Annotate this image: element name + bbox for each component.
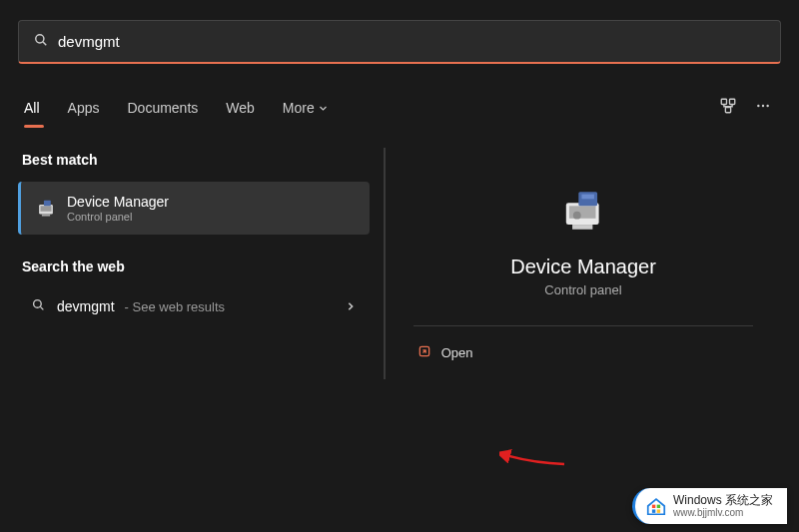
best-match-label: Best match	[18, 148, 370, 182]
svg-rect-15	[569, 206, 596, 219]
device-manager-large-icon	[558, 186, 608, 236]
start-search-panel: All Apps Documents Web More Best match	[0, 0, 799, 379]
svg-rect-23	[652, 509, 655, 512]
svg-rect-9	[41, 206, 52, 212]
annotation-arrow	[499, 439, 569, 469]
svg-rect-4	[725, 108, 730, 113]
best-match-result[interactable]: Device Manager Control panel	[18, 182, 370, 235]
watermark-logo-icon	[645, 495, 667, 517]
chevron-right-icon	[346, 298, 356, 314]
svg-rect-17	[581, 195, 594, 200]
watermark: Windows 系统之家 www.bjjmlv.com	[632, 488, 787, 524]
svg-point-5	[757, 105, 759, 107]
web-result[interactable]: devmgmt - See web results	[18, 284, 370, 328]
chevron-down-icon	[319, 104, 328, 113]
svg-point-7	[766, 105, 768, 107]
svg-rect-2	[721, 99, 726, 104]
app-title: Device Manager	[510, 256, 656, 278]
svg-rect-24	[657, 509, 660, 512]
filter-tabs: All Apps Documents Web More	[18, 94, 781, 122]
svg-point-6	[762, 105, 764, 107]
search-web-label: Search the web	[18, 255, 370, 284]
device-manager-icon	[35, 198, 57, 220]
svg-rect-21	[652, 505, 655, 508]
svg-rect-11	[42, 214, 50, 216]
result-title: Device Manager	[67, 194, 169, 210]
tab-more-label: More	[283, 100, 315, 116]
svg-point-12	[34, 300, 42, 308]
svg-rect-10	[44, 200, 51, 206]
tab-all[interactable]: All	[20, 94, 54, 122]
svg-point-0	[36, 35, 44, 43]
svg-rect-22	[657, 505, 660, 508]
svg-line-13	[40, 306, 43, 309]
open-icon	[417, 344, 431, 361]
tab-more[interactable]: More	[269, 94, 342, 122]
svg-line-1	[43, 42, 46, 45]
search-box[interactable]	[18, 20, 781, 64]
results-left-panel: Best match Device Manager Control panel …	[18, 148, 370, 379]
web-query: devmgmt	[57, 298, 115, 314]
network-icon[interactable]	[719, 97, 737, 119]
search-icon	[34, 33, 48, 50]
tab-apps[interactable]: Apps	[54, 94, 114, 122]
details-right-panel: Device Manager Control panel Open	[384, 148, 781, 379]
web-sub: - See web results	[125, 299, 225, 314]
open-action[interactable]: Open	[413, 326, 754, 379]
svg-point-18	[573, 212, 581, 220]
tab-documents[interactable]: Documents	[113, 94, 212, 122]
watermark-text2: www.bjjmlv.com	[673, 507, 773, 518]
watermark-text1: Windows 系统之家	[673, 494, 773, 507]
result-sub: Control panel	[67, 211, 169, 223]
more-options-icon[interactable]	[755, 98, 771, 118]
open-label: Open	[441, 345, 473, 360]
svg-rect-3	[730, 99, 735, 104]
search-icon	[32, 298, 45, 314]
tab-web[interactable]: Web	[212, 94, 269, 122]
svg-rect-19	[572, 225, 592, 230]
app-sub: Control panel	[544, 282, 621, 297]
search-input[interactable]	[58, 33, 765, 50]
